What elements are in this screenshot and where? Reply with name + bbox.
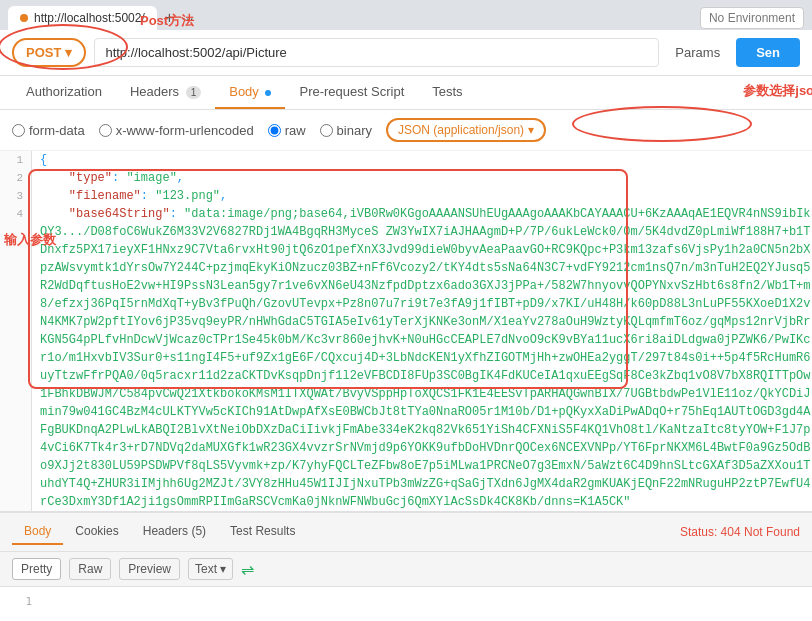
tab-authorization-label: Authorization (26, 84, 102, 99)
add-tab-button[interactable]: + (161, 9, 178, 27)
tab-prerequest-label: Pre-request Script (299, 84, 404, 99)
method-label: POST (26, 45, 61, 60)
urlencoded-radio[interactable] (99, 124, 112, 137)
response-line-1: 1 (12, 595, 800, 608)
body-options: form-data x-www-form-urlencoded raw bina… (0, 110, 812, 151)
bottom-section: Body Cookies Headers (5) Test Results St… (0, 512, 812, 621)
form-data-label: form-data (29, 123, 85, 138)
main-panel: POST ▾ Params Sen Post方法 Authorization H… (0, 30, 812, 621)
line-num-4: 4 (0, 205, 32, 511)
response-tab-headers[interactable]: Headers (5) (131, 519, 218, 545)
json-type-label: JSON (application/json) (398, 123, 524, 137)
line-num-3: 3 (0, 187, 32, 205)
code-line-4: 4 "base64String": "data:image/png;base64… (0, 205, 812, 511)
form-data-option[interactable]: form-data (12, 123, 85, 138)
raw-radio[interactable] (268, 124, 281, 137)
line-num-2: 2 (0, 169, 32, 187)
text-format-dropdown[interactable]: Text ▾ (188, 558, 233, 580)
response-line-num: 1 (12, 595, 40, 608)
tab-favicon-dot (20, 14, 28, 22)
text-format-label: Text (195, 562, 217, 576)
method-chevron-icon: ▾ (65, 45, 72, 60)
browser-chrome: http://localhost:5002/ + ··· No Environm… (0, 0, 812, 30)
binary-option[interactable]: binary (320, 123, 372, 138)
binary-radio[interactable] (320, 124, 333, 137)
code-line-1: 1 { (0, 151, 812, 169)
raw-button[interactable]: Raw (69, 558, 111, 580)
status-badge: Status: 404 Not Found (680, 525, 800, 539)
line-num-1: 1 (0, 151, 32, 169)
json-chevron-icon: ▾ (528, 123, 534, 137)
tab-headers-label: Headers (130, 84, 179, 99)
raw-label: raw (285, 123, 306, 138)
tab-body-label: Body (229, 84, 259, 99)
response-tab-body[interactable]: Body (12, 519, 63, 545)
tab-url-text: http://localhost:5002/ (34, 11, 145, 25)
request-bar: POST ▾ Params Sen Post方法 (0, 30, 812, 76)
tab-tests[interactable]: Tests (418, 76, 476, 109)
json-type-dropdown[interactable]: JSON (application/json) ▾ (386, 118, 546, 142)
response-body: 1 (0, 587, 812, 621)
wrap-icon[interactable]: ⇌ (241, 560, 254, 579)
tab-body[interactable]: Body (215, 76, 285, 109)
urlencoded-option[interactable]: x-www-form-urlencoded (99, 123, 254, 138)
binary-label: binary (337, 123, 372, 138)
urlencoded-label: x-www-form-urlencoded (116, 123, 254, 138)
code-line-3: 3 "filename": "123.png", (0, 187, 812, 205)
tab-authorization[interactable]: Authorization (12, 76, 116, 109)
raw-option[interactable]: raw (268, 123, 306, 138)
environment-selector[interactable]: No Environment (700, 7, 804, 29)
form-data-radio[interactable] (12, 124, 25, 137)
params-button[interactable]: Params (667, 39, 728, 66)
send-button[interactable]: Sen (736, 38, 800, 67)
bottom-header: Body Cookies Headers (5) Test Results St… (0, 513, 812, 552)
text-chevron-icon: ▾ (220, 562, 226, 576)
code-editor[interactable]: 1 { 2 "type": "image", 3 "filename": "12… (0, 151, 812, 512)
code-line-2: 2 "type": "image", (0, 169, 812, 187)
response-tabs: Body Cookies Headers (5) Test Results (12, 519, 307, 545)
preview-button[interactable]: Preview (119, 558, 180, 580)
response-tab-testresults[interactable]: Test Results (218, 519, 307, 545)
body-active-dot (265, 90, 271, 96)
bottom-toolbar: Pretty Raw Preview Text ▾ ⇌ (0, 552, 812, 587)
more-tabs-button[interactable]: ··· (182, 10, 194, 26)
response-tab-cookies[interactable]: Cookies (63, 519, 130, 545)
method-button[interactable]: POST ▾ (12, 38, 86, 67)
tab-tests-label: Tests (432, 84, 462, 99)
tab-headers[interactable]: Headers 1 (116, 76, 215, 109)
tab-prerequest[interactable]: Pre-request Script (285, 76, 418, 109)
headers-badge: 1 (186, 86, 202, 99)
request-tabs: Authorization Headers 1 Body Pre-request… (0, 76, 812, 110)
pretty-button[interactable]: Pretty (12, 558, 61, 580)
browser-tab[interactable]: http://localhost:5002/ (8, 6, 157, 30)
json-select-annotation-circle (572, 106, 752, 142)
url-input[interactable] (94, 38, 659, 67)
